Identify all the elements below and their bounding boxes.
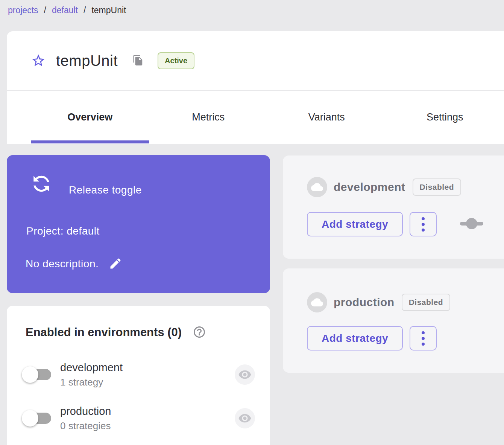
row-labels: development 1 strategy [60, 361, 123, 388]
favorite-star-icon[interactable] [31, 53, 46, 68]
feature-header-card: tempUnit Active Overview Metrics Variant… [7, 31, 504, 144]
row-labels: production 0 strategies [60, 405, 111, 432]
release-toggle-loop-icon [29, 172, 53, 196]
environment-status-badge: Disabled [413, 178, 461, 196]
kebab-menu-icon[interactable] [410, 212, 437, 236]
strategy-count: 1 strategy [60, 376, 123, 388]
environment-status-badge: Disabled [402, 294, 451, 311]
feature-title-row: tempUnit Active [7, 31, 504, 91]
environment-actions: Add strategy [307, 326, 437, 351]
page-title: tempUnit [56, 52, 118, 69]
panel-heading-row: Enabled in environments (0) [26, 325, 206, 340]
tab-metrics[interactable]: Metrics [149, 91, 268, 143]
add-strategy-button[interactable]: Add strategy [307, 326, 403, 351]
strategy-count: 0 strategies [60, 420, 111, 432]
breadcrumb: projects / default / tempUnit [8, 5, 126, 15]
feature-flag-page: { "breadcrumb": { "projects": "projects"… [0, 0, 504, 445]
add-strategy-button[interactable]: Add strategy [307, 212, 403, 236]
status-badge: Active [158, 52, 194, 69]
feature-overview-card: Release toggle Project: default No descr… [7, 155, 270, 293]
kebab-menu-icon[interactable] [410, 326, 437, 351]
feature-description-row: No description. [26, 257, 123, 271]
environment-toggle-row-production: production 0 strategies [22, 401, 255, 436]
cloud-icon [307, 177, 327, 197]
strategy-slider-icon [459, 217, 484, 232]
feature-project-label: Project: default [26, 225, 100, 237]
breadcrumb-current: tempUnit [91, 5, 126, 15]
environment-toggle-row-development: development 1 strategy [22, 357, 255, 392]
environment-name: development [60, 361, 123, 374]
feature-type-label: Release toggle [69, 184, 142, 196]
cloud-icon [307, 292, 327, 312]
environment-name: development [334, 181, 405, 194]
tab-bar: Overview Metrics Variants Settings [7, 91, 504, 143]
environment-card-production: production Disabled Add strategy [283, 268, 504, 373]
eye-icon[interactable] [235, 408, 255, 428]
help-circle-icon[interactable] [192, 325, 206, 340]
tab-variants[interactable]: Variants [267, 91, 386, 143]
environment-toggle[interactable] [22, 366, 51, 383]
environment-actions: Add strategy [307, 212, 484, 236]
breadcrumb-separator: / [44, 5, 46, 15]
breadcrumb-link-default[interactable]: default [52, 5, 78, 15]
feature-description: No description. [26, 258, 99, 270]
breadcrumb-link-projects[interactable]: projects [8, 5, 38, 15]
tab-settings[interactable]: Settings [386, 91, 504, 143]
environment-header: development Disabled [307, 177, 461, 197]
environment-name: production [60, 405, 111, 418]
environment-name: production [334, 296, 395, 309]
copy-icon[interactable] [132, 55, 144, 67]
eye-icon[interactable] [235, 364, 255, 385]
edit-description-pencil-icon[interactable] [108, 257, 123, 271]
panel-heading: Enabled in environments (0) [26, 326, 182, 339]
enabled-environments-panel: Enabled in environments (0) development … [7, 306, 270, 445]
environment-card-development: development Disabled Add strategy [283, 155, 504, 259]
tab-overview[interactable]: Overview [31, 91, 149, 143]
breadcrumb-separator: / [83, 5, 86, 15]
environment-header: production Disabled [307, 292, 450, 312]
environment-toggle[interactable] [22, 410, 51, 427]
